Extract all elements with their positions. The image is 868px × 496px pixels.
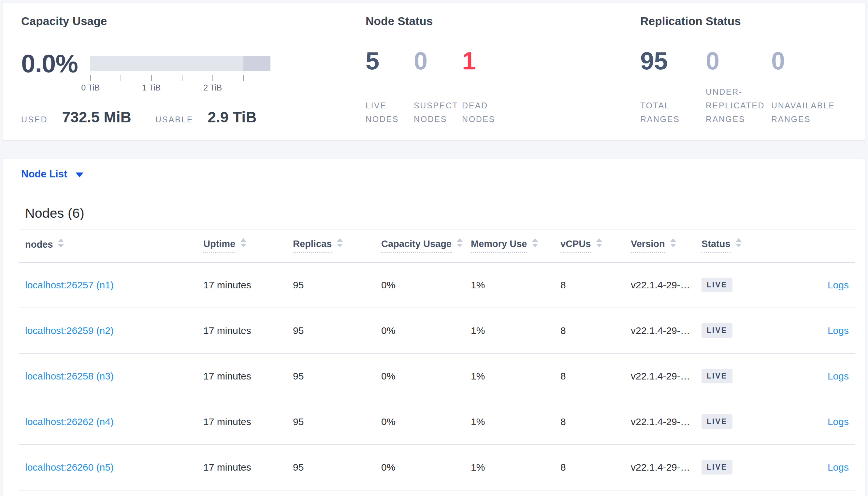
gauge-tick — [182, 75, 182, 81]
capacity-usage-cell-cell: 0% — [375, 308, 464, 354]
vcpus-cell-cell: 8 — [554, 399, 624, 445]
table-row: localhost:26259 (n2)17 minutes950%1%8v22… — [18, 308, 855, 354]
gauge-tick — [121, 75, 121, 81]
uptime-cell-cell: 17 minutes — [197, 308, 286, 354]
live-nodes-label: LIVE NODES — [365, 98, 414, 126]
logs-link[interactable]: Logs — [827, 371, 849, 382]
capacity-usage-cell-cell: 0% — [375, 262, 464, 308]
suspect-nodes-label: SUSPECT NODES — [414, 98, 462, 126]
status-badge-cell: LIVE — [695, 308, 773, 354]
used-label: USED — [21, 115, 48, 124]
status-badge: LIVE — [702, 369, 732, 383]
view-selector-dropdown[interactable]: Node List — [3, 158, 865, 190]
col-header-memory-use[interactable]: Memory Use — [464, 230, 554, 262]
replication-values: 95 0 0 — [640, 48, 865, 73]
col-header-label[interactable]: Replicas — [293, 238, 332, 253]
node-link-cell: localhost:26258 (n3) — [18, 354, 197, 399]
capacity-used-usable-row: USED 732.5 MiB USABLE 2.9 TiB — [21, 108, 365, 126]
gauge-tick — [151, 75, 152, 81]
logs-link[interactable]: Logs — [827, 462, 849, 472]
sort-icon[interactable] — [596, 238, 602, 247]
sort-icon[interactable] — [532, 238, 538, 247]
node-link[interactable]: localhost:26259 (n2) — [25, 325, 114, 336]
dead-nodes-label: DEAD NODES — [462, 98, 510, 126]
col-header-version[interactable]: Version — [624, 230, 695, 262]
logs-link-cell: Logs — [773, 399, 855, 445]
uptime-cell-cell: 17 minutes — [197, 445, 286, 490]
replicas-cell-cell: 95 — [286, 445, 375, 490]
memory-use-cell-cell: 1% — [464, 399, 554, 445]
nodes-table: nodesUptimeReplicasCapacity UsageMemory … — [18, 230, 855, 491]
sort-icon[interactable] — [457, 238, 463, 247]
col-header-label[interactable]: Uptime — [203, 238, 235, 253]
logs-link-cell: Logs — [773, 354, 855, 399]
capacity-usage-cell-cell: 0% — [375, 354, 464, 399]
status-badge: LIVE — [702, 460, 732, 475]
logs-link-cell: Logs — [773, 262, 855, 308]
node-link[interactable]: localhost:26260 (n5) — [25, 462, 114, 472]
col-header-logs — [773, 230, 855, 262]
logs-link[interactable]: Logs — [827, 280, 849, 290]
node-link-cell: localhost:26260 (n5) — [18, 445, 197, 490]
sort-icon[interactable] — [670, 238, 676, 247]
col-header-replicas[interactable]: Replicas — [286, 230, 375, 262]
replicas-cell-cell: 95 — [286, 399, 375, 445]
usable-label: USABLE — [155, 115, 194, 124]
version-cell-cell: v22.1.4-29-g… — [624, 262, 695, 308]
sort-icon[interactable] — [58, 238, 64, 248]
status-badge: LIVE — [702, 414, 732, 429]
logs-link[interactable]: Logs — [827, 325, 849, 336]
node-status-values: 5 0 1 — [365, 48, 640, 73]
version-cell-cell: v22.1.4-29-g… — [624, 445, 695, 490]
node-link[interactable]: localhost:26258 (n3) — [25, 371, 114, 382]
sort-icon[interactable] — [337, 238, 343, 247]
col-header-nodes[interactable]: nodes — [18, 230, 197, 262]
memory-use-cell-cell: 1% — [464, 308, 554, 354]
col-header-label[interactable]: nodes — [25, 239, 53, 252]
col-header-status[interactable]: Status — [695, 230, 773, 262]
under-replicated-ranges-label: UNDER-REPLICATED RANGES — [706, 85, 771, 126]
version-cell-cell: v22.1.4-29-g… — [624, 354, 695, 399]
memory-use-cell-cell: 1% — [464, 354, 554, 399]
unavailable-ranges-label: UNAVAILABLE RANGES — [771, 98, 837, 126]
col-header-label[interactable]: Capacity Usage — [381, 238, 452, 253]
gauge-tick — [212, 75, 213, 81]
memory-use-cell-cell: 1% — [464, 445, 554, 490]
node-link[interactable]: localhost:26257 (n1) — [25, 280, 114, 290]
gauge-tick-label: 2 TiB — [193, 83, 232, 92]
col-header-label[interactable]: Version — [631, 238, 665, 253]
node-link[interactable]: localhost:26262 (n4) — [25, 416, 114, 427]
node-status-panel: Node Status 5 0 1 LIVE NODES SUSPECT NOD… — [365, 3, 640, 140]
col-header-label[interactable]: Memory Use — [471, 238, 527, 253]
status-badge-cell: LIVE — [695, 354, 773, 399]
logs-link[interactable]: Logs — [827, 416, 849, 427]
cluster-summary-panel: Capacity Usage 0.0% 0 TiB 1 TiB 2 TiB — [3, 3, 865, 141]
sort-icon[interactable] — [240, 238, 246, 247]
capacity-usage-title: Capacity Usage — [21, 15, 365, 28]
unavailable-ranges-count: 0 — [771, 48, 837, 73]
node-status-labels: LIVE NODES SUSPECT NODES DEAD NODES — [365, 98, 640, 126]
gauge-tick-label: 0 TiB — [71, 83, 110, 92]
status-badge: LIVE — [702, 323, 732, 338]
view-selector-label[interactable]: Node List — [21, 168, 67, 180]
table-row: localhost:26257 (n1)17 minutes950%1%8v22… — [18, 262, 855, 308]
col-header-label[interactable]: vCPUs — [560, 238, 591, 253]
col-header-uptime[interactable]: Uptime — [197, 230, 286, 262]
used-value: 732.5 MiB — [62, 108, 131, 126]
live-nodes-count: 5 — [365, 48, 414, 73]
sort-icon[interactable] — [736, 238, 742, 247]
status-badge-cell: LIVE — [695, 445, 773, 490]
node-list-panel: Node List Nodes (6) nodesUptimeReplicasC… — [3, 158, 865, 496]
uptime-cell-cell: 17 minutes — [197, 354, 286, 399]
col-header-capacity-usage[interactable]: Capacity Usage — [375, 230, 464, 262]
uptime-cell-cell: 17 minutes — [197, 399, 286, 445]
col-header-label[interactable]: Status — [702, 238, 731, 253]
replicas-cell-cell: 95 — [286, 262, 375, 308]
capacity-bar: 0 TiB 1 TiB 2 TiB — [90, 56, 270, 71]
col-header-vcpus[interactable]: vCPUs — [554, 230, 624, 262]
logs-link-cell: Logs — [773, 445, 855, 490]
memory-use-cell-cell: 1% — [464, 262, 554, 308]
gauge-tick — [243, 75, 244, 81]
status-badge: LIVE — [702, 278, 732, 292]
status-badge-cell: LIVE — [695, 262, 773, 308]
